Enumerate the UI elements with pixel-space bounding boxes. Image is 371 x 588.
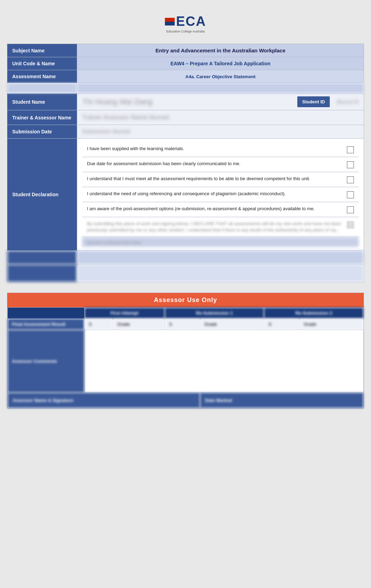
assessor-result-label: Final Assessment Result [8,319,85,330]
declaration-text-3: I understand that I must meet all the as… [87,176,342,182]
page-wrapper: ECA Education College Australia Subject … [0,0,371,426]
declaration-item-4: I understand the need of using referenci… [82,187,359,202]
declaration-checkbox-2[interactable] [347,161,354,168]
student-id-value: Blurred ID [337,99,359,105]
declaration-item-3: I understand that I must meet all the as… [82,172,359,187]
campus-row [7,83,364,94]
trainer-value: Trainer Assessor Name blurred [82,114,169,121]
declaration-text-4: I understand the need of using referenci… [87,191,342,197]
declaration-checkbox-4[interactable] [347,191,354,198]
assessor-r2-s: S [165,319,200,330]
assessor-comments-label: Assessor Comments [8,330,85,393]
assessor-col3-header: Re-Submission 2 [264,308,364,319]
campus-label [7,83,77,94]
declaration-item-2: Due date for assessment submission has b… [82,157,359,172]
form-bottom-blurred-row [7,251,364,265]
declaration-text-1: I have been supplied with the learning m… [87,146,342,152]
form-bottom-label [7,251,77,265]
student-id-badge: Student ID [297,96,330,107]
assessor-footer-row: Assessor Name & Signature Date Marked [8,393,364,408]
declaration-checkbox-1[interactable] [347,146,354,153]
student-id-label: Student ID [302,99,325,104]
trainer-row: Trainer & Assessor Name Trainer Assessor… [7,110,364,125]
declaration-label: Student Declaration [7,139,77,251]
declaration-continuation: blurred continued text area [82,237,359,247]
declaration-checkbox-5[interactable] [347,206,354,213]
submission-date-value-cell: Submission blurred [77,125,364,139]
assessment-name-row: Assessment Name A4a. Career Objective St… [7,70,364,83]
declaration-item-5: I am aware of the post-assessment option… [82,202,359,217]
student-name-cell: Thi Hoang Mai Dang Student ID Blurred ID [77,94,364,110]
form-footer-value [77,265,364,282]
submission-date-label: Submission Date [7,125,77,139]
unit-code-value: EAW4 – Prepare A Tailored Job Applicatio… [77,57,364,70]
main-form-table: Subject Name Entry and Advancement in th… [7,44,364,282]
submission-date-value: Submission blurred [82,128,130,134]
trainer-label: Trainer & Assessor Name [7,110,77,125]
assessor-r1-grade: Grade [113,319,165,330]
assessor-r3-s: S [264,319,299,330]
assessment-name-value: A4a. Career Objective Statement [77,70,364,83]
subject-name-row: Subject Name Entry and Advancement in th… [7,44,364,57]
student-name-row: Student Name Thi Hoang Mai Dang Student … [7,94,364,110]
logo-box: ECA Education College Australia [165,14,206,33]
declaration-checkbox-3[interactable] [347,176,354,183]
logo-flag-icon [165,18,175,25]
assessor-header: Assessor Use Only [7,293,364,307]
declaration-text-2: Due date for assessment submission has b… [87,161,342,167]
assessment-name-label: Assessment Name [7,70,77,83]
assessor-table: First Attempt Re-Submission 1 Re-Submiss… [7,307,364,408]
assessor-r3-grade: Grade [299,319,364,330]
assessor-footer-right: Date Marked [200,393,363,408]
assessor-comments-row: Assessor Comments [8,330,364,393]
student-name-container: Thi Hoang Mai Dang Student ID Blurred ID [82,96,359,107]
logo-tagline: Education College Australia [166,30,205,33]
declaration-row: Student Declaration I have been supplied… [7,139,364,251]
subject-name-value: Entry and Advancement in the Australian … [77,44,364,57]
declaration-item-1: I have been supplied with the learning m… [82,142,359,157]
submission-date-row: Submission Date Submission blurred [7,125,364,139]
unit-code-row: Unit Code & Name EAW4 – Prepare A Tailor… [7,57,364,70]
assessor-r2-grade: Grade [200,319,264,330]
logo-text: ECA [176,14,206,29]
form-bottom-value [77,251,364,265]
student-name-value: Thi Hoang Mai Dang [82,97,294,106]
trainer-value-cell: Trainer Assessor Name blurred [77,110,364,125]
student-name-label: Student Name [7,94,77,110]
declaration-item-6: By submitting this piece of work and sig… [82,217,359,237]
assessor-r1-s: S [85,319,113,330]
form-footer-label [7,265,77,282]
assessor-section: Assessor Use Only First Attempt Re-Submi… [7,293,364,409]
assessor-col1-header: First Attempt [85,308,165,319]
unit-code-label: Unit Code & Name [7,57,77,70]
declaration-text-5: I am aware of the post-assessment option… [87,206,342,212]
assessor-footer-left: Assessor Name & Signature [8,393,200,408]
declaration-items-cell: I have been supplied with the learning m… [77,139,364,251]
assessor-result-row: Final Assessment Result S Grade S Grade … [8,319,364,330]
subject-name-label: Subject Name [7,44,77,57]
declaration-checkbox-6[interactable] [347,221,354,228]
campus-value [77,83,364,94]
form-footer-blurred-row [7,265,364,282]
assessor-header-row: First Attempt Re-Submission 1 Re-Submiss… [8,308,364,319]
assessor-col2-header: Re-Submission 1 [165,308,264,319]
assessor-comments-value[interactable] [85,330,364,393]
assessor-header-spacer [8,308,85,319]
declaration-text-6: By submitting this piece of work and sig… [87,221,342,233]
logo-area: ECA Education College Australia [7,7,364,44]
